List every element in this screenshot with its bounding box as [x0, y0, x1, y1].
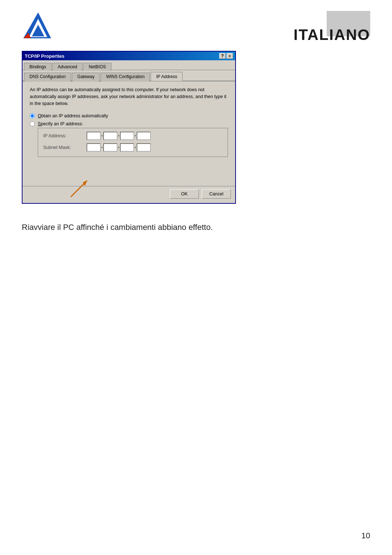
radio-specify-input[interactable]	[30, 121, 35, 126]
ip-dot-1: ·	[101, 133, 103, 139]
dialog-footer: OK Cancel	[23, 186, 235, 203]
ip-seg-1[interactable]	[87, 132, 101, 140]
ip-dot-3: ·	[135, 133, 136, 139]
page-header: ITALIANO	[0, 0, 392, 47]
ip-address-row: IP Address: · · ·	[43, 132, 222, 140]
arrow-annotation	[69, 175, 94, 200]
ip-seg-3[interactable]	[120, 132, 134, 140]
spacer	[30, 161, 228, 182]
subnet-dot-2: ·	[118, 145, 119, 150]
subnet-mask-input-group: · · ·	[87, 143, 151, 151]
ok-button[interactable]: OK	[170, 189, 199, 199]
radio-obtain-input[interactable]	[30, 113, 35, 118]
radio-obtain-auto: Obtain an IP address automatically	[30, 113, 228, 118]
tab-netbios[interactable]: NetBIOS	[83, 63, 111, 71]
tab-wins-configuration[interactable]: WINS Configuration	[101, 73, 150, 82]
subnet-mask-row: Subnet Mask: · · ·	[43, 143, 222, 151]
radio-obtain-label: Obtain an IP address automatically	[38, 113, 108, 118]
page-number: 10	[362, 531, 370, 540]
tcpip-dialog: TCP/IP Properties ? × Bindings Advanced …	[22, 51, 236, 204]
tab-ip-address[interactable]: IP Address	[151, 72, 183, 81]
brand-name: ITALIANO	[294, 26, 370, 44]
radio-specify: Specify an IP address:	[30, 121, 228, 126]
tabs-row-2: DNS Configuration Gateway WINS Configura…	[23, 70, 235, 81]
subnet-seg-2[interactable]	[103, 143, 117, 151]
main-content: TCP/IP Properties ? × Bindings Advanced …	[0, 47, 392, 244]
dialog-body: An IP address can be automatically assig…	[23, 81, 235, 186]
radio-group: Obtain an IP address automatically Speci…	[30, 113, 228, 157]
dialog-controls: ? ×	[219, 53, 233, 59]
tab-gateway[interactable]: Gateway	[72, 73, 100, 82]
dialog-titlebar: TCP/IP Properties ? ×	[23, 52, 235, 60]
tab-advanced[interactable]: Advanced	[52, 63, 82, 71]
subnet-dot-1: ·	[101, 145, 103, 150]
cancel-button[interactable]: Cancel	[202, 189, 231, 199]
ip-dot-2: ·	[118, 133, 119, 139]
ip-address-input-group: · · ·	[87, 132, 151, 140]
logo-icon	[22, 11, 53, 42]
close-button[interactable]: ×	[226, 53, 233, 59]
tab-dns-configuration[interactable]: DNS Configuration	[24, 73, 71, 82]
ip-address-label: IP Address:	[43, 133, 87, 138]
subnet-seg-1[interactable]	[87, 143, 101, 151]
dialog-title: TCP/IP Properties	[25, 53, 65, 59]
ip-seg-2[interactable]	[103, 132, 117, 140]
ip-seg-4[interactable]	[137, 132, 151, 140]
subnet-seg-3[interactable]	[120, 143, 134, 151]
subnet-dot-3: ·	[135, 145, 136, 150]
svg-marker-5	[83, 181, 87, 186]
radio-specify-label: Specify an IP address:	[38, 121, 83, 126]
logo	[22, 11, 54, 44]
bottom-text: Riavviare il PC affinché i cambiamenti a…	[22, 222, 370, 233]
tab-bindings[interactable]: Bindings	[24, 63, 52, 71]
brand-area: ITALIANO	[294, 11, 370, 44]
subnet-seg-4[interactable]	[137, 143, 151, 151]
specify-section: IP Address: · · · Subnet M	[38, 128, 228, 157]
description-text: An IP address can be automatically assig…	[30, 86, 228, 107]
subnet-mask-label: Subnet Mask:	[43, 145, 87, 150]
tabs-row-1: Bindings Advanced NetBIOS	[23, 60, 235, 70]
help-button[interactable]: ?	[219, 53, 226, 59]
